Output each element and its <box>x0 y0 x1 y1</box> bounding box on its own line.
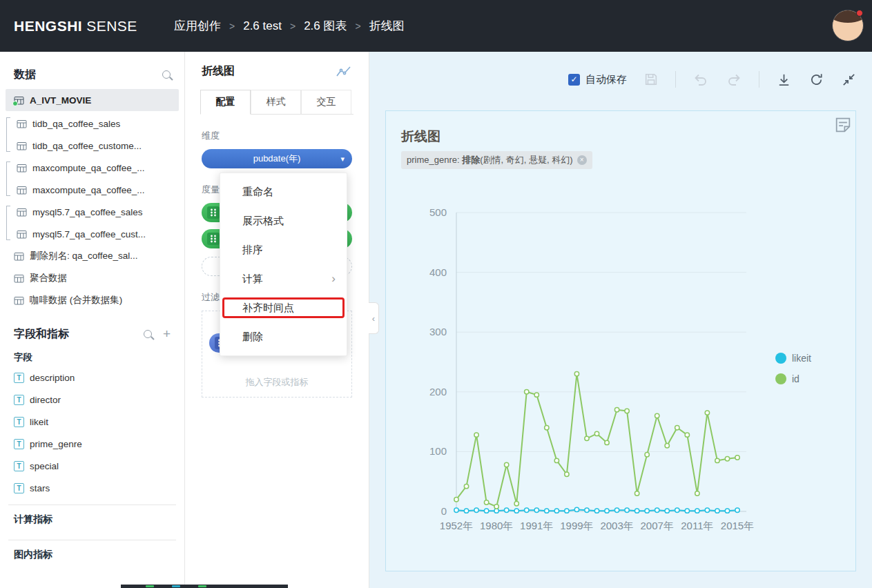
card-note-icon[interactable] <box>833 115 853 135</box>
breadcrumb-separator: > <box>356 21 361 32</box>
table-group: 删除别名: qa_coffee_sal...聚合数据咖啡数据 (合并数据集) <box>0 245 184 311</box>
context-menu-item[interactable]: 补齐时间点 <box>220 293 347 322</box>
search-icon[interactable] <box>144 330 152 338</box>
text-field-icon: T <box>14 483 24 493</box>
dataset-item-label: maxcompute_qa_coffee_... <box>32 185 145 195</box>
context-menu-item[interactable]: 删除 <box>220 322 347 351</box>
chart-card[interactable]: 折线图 prime_genre: 排除(剧情, 奇幻, 悬疑, 科幻) × 01… <box>385 110 856 571</box>
toolbar-divider <box>759 71 759 88</box>
svg-text:1999年: 1999年 <box>560 520 593 531</box>
table-icon <box>17 141 27 151</box>
data-section-header: 数据 <box>0 64 184 85</box>
dataset-tree: tidb_qa_coffee_salestidb_qa_coffee_custo… <box>0 112 184 311</box>
plus-icon[interactable]: + <box>163 329 171 339</box>
redo-icon[interactable] <box>726 71 742 88</box>
svg-text:100: 100 <box>429 445 447 457</box>
fields-subheader: 字段 <box>0 344 184 366</box>
breadcrumb-item[interactable]: 2.6 图表 <box>304 18 347 34</box>
dataset-item[interactable]: maxcompute_qa_coffee_... <box>0 179 184 201</box>
context-menu-item[interactable]: 展示格式 <box>220 206 347 235</box>
table-icon <box>17 119 27 129</box>
line-chart[interactable]: 01002003004005001952年1980年1991年1999年2003… <box>400 201 855 546</box>
breadcrumb-separator: > <box>229 21 235 32</box>
field-item-label: director <box>30 395 61 405</box>
breadcrumb-item[interactable]: 2.6 test <box>243 19 282 33</box>
text-field-icon: T <box>14 395 24 405</box>
submenu-arrow-icon: › <box>331 264 336 293</box>
app-logo[interactable]: HENGSHISENSE <box>14 18 174 35</box>
fields-section: 字段和指标 + 字段 TdescriptionTdirectorTlikeitT… <box>0 324 184 569</box>
breadcrumb-item[interactable]: 应用创作 <box>174 18 221 34</box>
table-icon <box>14 273 24 284</box>
text-field-icon: T <box>14 417 24 427</box>
group-bracket-icon <box>6 161 10 196</box>
text-field-icon: T <box>14 439 24 449</box>
autosave-toggle[interactable]: ✓ 自动保存 <box>568 73 627 86</box>
context-menu-item[interactable]: 计算› <box>220 264 347 293</box>
field-item[interactable]: Tlikeit <box>0 411 184 433</box>
svg-text:200: 200 <box>429 386 447 398</box>
autosave-label: 自动保存 <box>585 73 627 86</box>
field-item[interactable]: Tdirector <box>0 389 184 411</box>
field-item[interactable]: Tprime_genre <box>0 433 184 455</box>
context-menu-item[interactable]: 排序 <box>220 235 347 264</box>
svg-text:likeit: likeit <box>792 353 811 364</box>
dataset-item-label: mysql5.7_qa_coffee_sales <box>32 207 143 217</box>
search-icon[interactable] <box>162 70 171 79</box>
taskbar-icon <box>172 585 180 587</box>
undo-icon[interactable] <box>692 71 709 88</box>
main-layout: 数据 A_IVT_MOVIE tidb_qa_coffee_salestidb_… <box>0 52 872 588</box>
chart-type-title: 折线图 <box>202 64 235 79</box>
canvas-area: ✓ 自动保存 <box>369 52 872 588</box>
field-item-label: stars <box>30 483 50 493</box>
checkbox-checked-icon[interactable]: ✓ <box>568 74 580 86</box>
dataset-item[interactable]: maxcompute_qa_coffee_... <box>0 157 184 179</box>
svg-text:id: id <box>792 373 800 384</box>
breadcrumb-item[interactable]: 折线图 <box>369 18 405 34</box>
fields-title: 字段和指标 <box>14 327 69 342</box>
download-icon[interactable] <box>776 72 792 88</box>
context-menu-item-label: 重命名 <box>242 186 273 197</box>
config-title-row: 折线图 <box>202 52 352 86</box>
dataset-item[interactable]: mysql5.7_qa_coffee_sales <box>0 201 184 223</box>
save-icon[interactable] <box>643 72 659 87</box>
dimension-pill[interactable]: pubdate(年) ▾ <box>202 149 352 168</box>
chevron-down-icon[interactable]: ▾ <box>340 155 345 164</box>
field-item-label: prime_genre <box>30 439 82 449</box>
collapse-fullscreen-icon[interactable] <box>841 72 857 88</box>
refresh-icon[interactable] <box>808 72 824 88</box>
dataset-item[interactable]: tidb_qa_coffee_custome... <box>0 135 184 157</box>
panel-collapse-handle[interactable]: ‹ <box>369 302 379 334</box>
avatar[interactable] <box>832 10 864 41</box>
chart-metrics-header[interactable]: 图内指标 <box>0 540 184 569</box>
context-menu-item-label: 删除 <box>242 331 263 342</box>
config-tab[interactable]: 交互 <box>301 90 351 114</box>
collapse-left-icon: ‹ <box>372 313 375 324</box>
drop-placeholder: 拖入字段或指标 <box>209 376 345 389</box>
calc-metrics-header[interactable]: 计算指标 <box>0 505 184 534</box>
drag-handle-icon[interactable] <box>207 233 220 245</box>
context-menu-item[interactable]: 重命名 <box>220 177 347 206</box>
field-item[interactable]: Tspecial <box>0 455 184 477</box>
dataset-item[interactable]: 咖啡数据 (合并数据集) <box>0 289 184 311</box>
table-icon <box>14 295 24 306</box>
config-tab[interactable]: 样式 <box>251 90 301 114</box>
logo-text-bold: HENGSHI <box>14 18 82 34</box>
dataset-item[interactable]: 删除别名: qa_coffee_sal... <box>0 245 184 267</box>
dataset-item-label: 聚合数据 <box>30 272 67 284</box>
dataset-item[interactable]: tidb_qa_coffee_sales <box>0 112 184 135</box>
svg-text:1980年: 1980年 <box>480 520 513 531</box>
dataset-item-label: tidb_qa_coffee_custome... <box>32 141 142 151</box>
fields-section-header: 字段和指标 + <box>0 324 184 344</box>
field-item-label: likeit <box>30 417 48 427</box>
dataset-selected[interactable]: A_IVT_MOVIE <box>6 89 179 111</box>
config-tabs: 配置样式交互 <box>200 90 353 115</box>
dataset-item[interactable]: 聚合数据 <box>0 267 184 289</box>
field-item[interactable]: Tstars <box>0 477 184 499</box>
drag-handle-icon[interactable] <box>207 206 220 219</box>
field-item[interactable]: Tdescription <box>0 366 184 389</box>
dataset-item-label: 咖啡数据 (合并数据集) <box>30 294 122 306</box>
dataset-item[interactable]: mysql5.7_qa_coffee_cust... <box>0 223 184 245</box>
config-tab[interactable]: 配置 <box>200 90 251 115</box>
close-icon[interactable]: × <box>577 155 587 165</box>
